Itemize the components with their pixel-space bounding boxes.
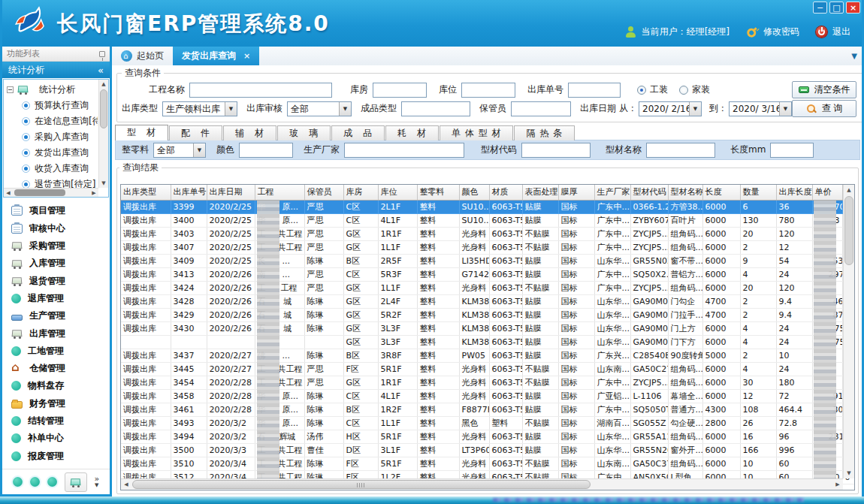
column-header[interactable]: 整零料 [417, 185, 459, 200]
table-row[interactable]: 调拨出库34002020/2/25华原...严思C区4L1F整料SU10...6… [121, 213, 855, 227]
column-header[interactable]: 型材名称 [668, 185, 702, 200]
toolbar-overflow-button[interactable]: »▼ [94, 476, 99, 488]
tree-item[interactable]: 收货入库查询 [5, 161, 98, 177]
sidebar-module-退库管理[interactable]: 退库管理 [11, 292, 110, 305]
tree-horizontal-scrollbar[interactable]: ◀▶ [4, 188, 98, 197]
table-row[interactable]: 调拨出库34092020/2/25长...陈琳B区2R5F整料LI35HD606… [121, 254, 855, 267]
tab-1[interactable]: 发货出库查询× [173, 47, 259, 65]
keeper-input[interactable] [511, 101, 571, 116]
order-no-input[interactable] [568, 83, 621, 98]
column-header[interactable]: 生产厂家 [594, 185, 630, 200]
length-input[interactable] [770, 143, 814, 158]
table-row[interactable]: 调拨出库34932020/3/2华原...陈琳C区1L1F整料黑色塑料不贴膜国标… [121, 416, 855, 430]
expand-icon[interactable] [7, 86, 14, 93]
tree-item[interactable]: 发货出库查询 [5, 145, 98, 161]
table-row[interactable]: 调拨出库34542020/2/28工共工程严思G区1R1F整料光身料6063-T… [121, 376, 855, 389]
tab-0[interactable]: 起始页 [112, 47, 173, 65]
location-input[interactable] [461, 83, 515, 98]
audit-select[interactable]: 全部 [287, 101, 352, 116]
change-password-link[interactable]: 修改密码 [763, 26, 799, 38]
profile-code-input[interactable] [521, 143, 591, 158]
date-to-picker[interactable]: 2020/ 3/16 [729, 101, 792, 116]
part-select[interactable]: 全部 [153, 143, 206, 158]
clear-conditions-button[interactable]: 清空条件 [792, 81, 856, 98]
sidebar-module-审核中心[interactable]: 审核中心 [11, 222, 110, 235]
tree-vertical-scrollbar[interactable]: ▲▼ [98, 80, 108, 188]
sidebar-module-退货管理[interactable]: 退货管理 [11, 275, 110, 288]
table-row[interactable]: 调拨出库34302020/2/26石城陈琳G区3L3F整料KLM38176063… [121, 321, 855, 335]
material-tab-7[interactable]: 隔 热 条 [514, 125, 575, 140]
tree-item[interactable]: 在途信息查询[待 [5, 113, 98, 129]
column-header[interactable]: 数量 [740, 185, 776, 200]
table-row[interactable]: 调拨出库34282020/2/26石城陈琳G区2L4F整料KLM38176063… [121, 294, 855, 308]
sidebar-module-项目管理[interactable]: 项目管理 [11, 204, 110, 217]
column-header[interactable]: 材质 [489, 185, 522, 200]
module-shortcut-icon[interactable] [30, 477, 40, 487]
table-row[interactable]: 调拨出库34942020/3/2石辉城汤伟H区5R1F整料光身料6063-T5贴… [121, 430, 855, 443]
material-tab-3[interactable]: 玻 璃 [277, 125, 331, 140]
table-row[interactable]: 调拨出库34292020/2/26石城陈琳G区5R2F整料KLM38176063… [121, 308, 855, 321]
project-name-input[interactable] [189, 83, 332, 98]
column-header[interactable]: 颜色 [459, 185, 489, 200]
profile-name-input[interactable] [646, 143, 715, 158]
column-header[interactable]: 保管员 [304, 185, 343, 200]
tree-item[interactable]: 预算执行查询 [5, 98, 98, 113]
column-header[interactable]: 型材代码 [630, 185, 668, 200]
column-header[interactable]: 出库类型 [121, 185, 171, 200]
radio-jiazhuang[interactable] [679, 86, 688, 95]
table-row[interactable]: 调拨出库34582020/2/28华原...陈琳C区4L1F整料光身料6063-… [121, 389, 855, 403]
table-row[interactable]: 调拨出库35002020/3/3工共工程曹佳D区3L1F整料LT3P606063… [121, 443, 855, 457]
column-header[interactable]: 工程 [255, 185, 304, 200]
table-row[interactable]: 调拨出库34452020/2/27工共工程严思F区5R1F整料光身料6063-T… [121, 362, 855, 376]
logout-link[interactable]: 退出 [832, 26, 850, 38]
sidebar-module-出库管理[interactable]: 出库管理 [11, 327, 110, 340]
table-row[interactable]: 调拨出库34372020/2/27佛...陈琳B区3R8F整料PW056063-… [121, 349, 855, 362]
color-input[interactable] [239, 143, 293, 158]
material-tab-5[interactable]: 耗 材 [385, 125, 439, 140]
date-from-picker[interactable]: 2020/ 2/16 [639, 101, 702, 116]
sidebar-module-工地管理[interactable]: 工地管理 [11, 345, 110, 358]
out-type-select[interactable]: 生产领料出库 [162, 101, 237, 116]
table-row[interactable]: 调拨出库33992020/2/25华原...严思C区2L1F整料SU10...6… [121, 200, 855, 213]
material-tab-6[interactable]: 单 体 型 材 [440, 125, 513, 140]
tree-root[interactable]: 统计分析 [5, 81, 98, 98]
sidebar-module-物料盘存[interactable]: 物料盘存 [11, 379, 110, 392]
material-tab-1[interactable]: 配 件 [169, 125, 222, 140]
tree-item[interactable]: 采购入库查询 [5, 129, 98, 145]
column-header[interactable]: 出库长度 [776, 185, 812, 200]
table-horizontal-scrollbar[interactable]: ◀▶ [121, 478, 843, 490]
search-button[interactable]: 查 询 [792, 100, 856, 117]
table-vertical-scrollbar[interactable]: ▲▼ [843, 185, 854, 478]
material-tab-0[interactable]: 型 材 [115, 125, 168, 140]
radio-gongzhuang[interactable] [637, 86, 646, 95]
column-header[interactable]: 库位 [378, 185, 417, 200]
column-header[interactable]: 单价 [812, 185, 842, 200]
module-shortcut-icon[interactable] [47, 477, 57, 487]
column-header[interactable]: 长度 [702, 185, 740, 200]
material-tab-4[interactable]: 成 品 [331, 125, 385, 140]
warehouse-input[interactable] [373, 83, 427, 98]
table-row[interactable]: 调拨出库34612020/2/28华原...陈琳B区1R2F整料F8877FT6… [121, 403, 855, 416]
manufacturer-input[interactable] [344, 143, 464, 158]
column-header[interactable]: 出库日期 [207, 185, 255, 200]
table-row[interactable]: G区3L3F整料KLM38176063-T5贴膜国标山东华...GA90M09.… [121, 335, 855, 349]
column-header[interactable]: 出库单号 [171, 185, 207, 200]
table-row[interactable]: 调拨出库34242020/2/26工工程严思G区1L1F整料光身料6063-T5… [121, 281, 855, 294]
sidebar-module-入库管理[interactable]: 入库管理 [11, 257, 110, 270]
tab-overflow-icon[interactable]: ▼ [851, 52, 857, 60]
sidebar-module-仓储管理[interactable]: 仓储管理 [11, 362, 110, 375]
collapse-icon[interactable]: « [98, 65, 104, 76]
module-shortcut-icon[interactable] [13, 477, 23, 487]
table-row[interactable]: 调拨出库34072020/2/25工共工程严思G区1L1F整料光身料6063-T… [121, 240, 855, 254]
tree-item[interactable]: 退货查询[待定] [5, 177, 98, 188]
sidebar-module-采购管理[interactable]: 采购管理 [11, 240, 110, 252]
product-type-input[interactable] [401, 101, 470, 116]
table-row[interactable]: 调拨出库35102020/3/4工共工程陈琳F区5R1F整料光身料6063-T5… [121, 457, 855, 470]
column-header[interactable]: 库房 [343, 185, 378, 200]
sidebar-module-报废管理[interactable]: 报废管理 [11, 450, 110, 463]
sidebar-module-财务管理[interactable]: 财务管理 [11, 397, 110, 410]
sidebar-module-结转管理[interactable]: 结转管理 [11, 415, 110, 427]
table-row[interactable]: 调拨出库34132020/2/26南...严思C区5R3F整料G71422606… [121, 267, 855, 281]
minimize-button[interactable]: − [813, 2, 827, 14]
cart-shortcut-button[interactable] [65, 472, 87, 492]
